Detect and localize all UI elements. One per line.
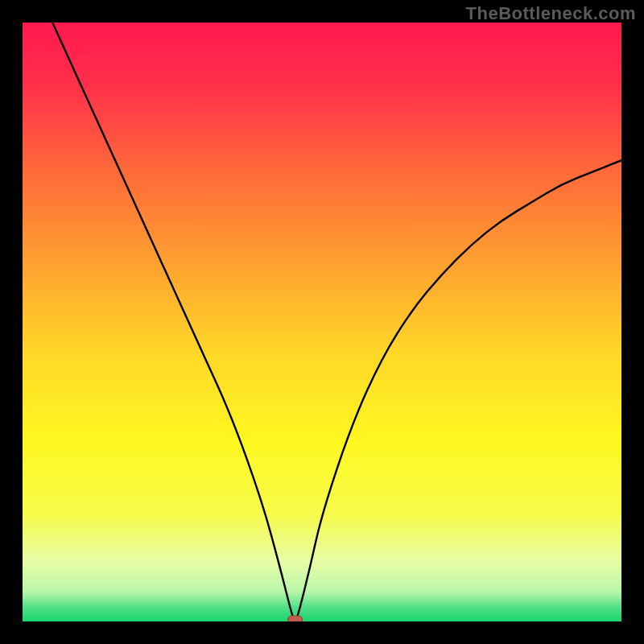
- gradient-background: [23, 23, 621, 621]
- watermark-text: TheBottleneck.com: [466, 3, 636, 24]
- minimum-marker: [288, 616, 303, 621]
- chart-svg: [23, 23, 621, 621]
- plot-area: [23, 23, 621, 621]
- chart-frame: TheBottleneck.com: [0, 0, 644, 644]
